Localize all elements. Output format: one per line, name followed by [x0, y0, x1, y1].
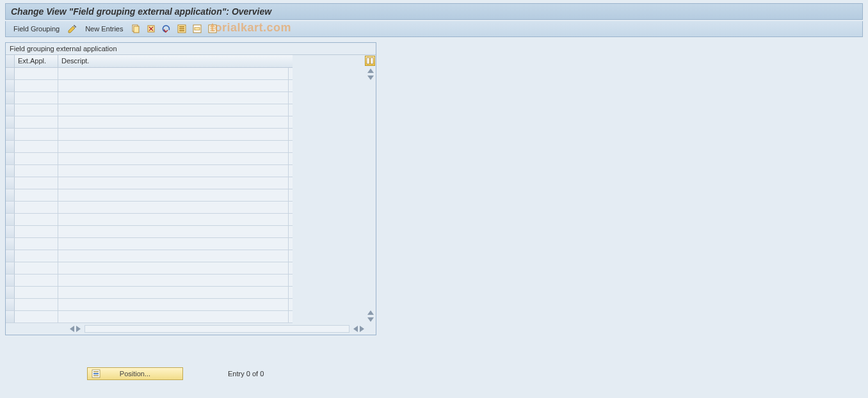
row-selector[interactable] — [6, 116, 15, 128]
table-row[interactable] — [6, 153, 293, 165]
cell-ext-appl[interactable] — [15, 80, 58, 92]
field-grouping-button[interactable]: Field Grouping — [11, 24, 62, 34]
table-row[interactable] — [6, 92, 293, 104]
cell-descript[interactable] — [58, 238, 289, 250]
horizontal-scrollbar[interactable] — [6, 323, 376, 335]
table-row[interactable] — [6, 189, 293, 202]
cell-ext-appl[interactable] — [15, 129, 58, 140]
row-selector[interactable] — [6, 68, 15, 79]
table-row[interactable] — [6, 311, 293, 323]
table-row[interactable] — [6, 177, 293, 189]
cell-ext-appl[interactable] — [15, 250, 58, 262]
row-selector[interactable] — [6, 92, 15, 104]
table-settings-icon[interactable] — [365, 56, 375, 66]
cell-descript[interactable] — [58, 116, 289, 128]
cell-ext-appl[interactable] — [15, 262, 58, 274]
table-row[interactable] — [6, 202, 293, 214]
hscroll-track[interactable] — [84, 325, 350, 333]
table-row[interactable] — [6, 141, 293, 153]
table-row[interactable] — [6, 104, 293, 116]
row-selector[interactable] — [6, 238, 15, 250]
select-block-icon[interactable] — [192, 24, 202, 34]
table-row[interactable] — [6, 262, 293, 275]
cell-ext-appl[interactable] — [15, 165, 58, 177]
scroll-down-icon[interactable] — [367, 76, 374, 80]
cell-descript[interactable] — [58, 275, 289, 286]
cell-descript[interactable] — [58, 299, 289, 310]
cell-ext-appl[interactable] — [15, 68, 58, 79]
scroll-down-bottom-icon[interactable] — [367, 317, 374, 322]
hscroll-right-left-icon[interactable] — [353, 326, 358, 332]
cell-ext-appl[interactable] — [15, 116, 58, 128]
table-row[interactable] — [6, 129, 293, 141]
hscroll-right-icon[interactable] — [76, 326, 81, 332]
deselect-all-icon[interactable] — [207, 24, 218, 34]
cell-descript[interactable] — [58, 189, 289, 201]
cell-ext-appl[interactable] — [15, 153, 58, 164]
col-header-descript[interactable]: Descript. — [58, 55, 289, 67]
new-entries-button[interactable]: New Entries — [83, 24, 125, 34]
row-selector[interactable] — [6, 80, 15, 92]
row-selector-header[interactable] — [6, 55, 15, 67]
display-change-icon[interactable] — [67, 24, 77, 34]
table-row[interactable] — [6, 116, 293, 129]
cell-descript[interactable] — [58, 92, 289, 104]
table-row[interactable] — [6, 80, 293, 92]
row-selector[interactable] — [6, 262, 15, 274]
cell-descript[interactable] — [58, 177, 289, 189]
row-selector[interactable] — [6, 104, 15, 116]
cell-ext-appl[interactable] — [15, 311, 58, 322]
table-row[interactable] — [6, 214, 293, 226]
vertical-scrollbar[interactable] — [366, 67, 376, 323]
hscroll-left-icon[interactable] — [70, 326, 74, 332]
cell-descript[interactable] — [58, 262, 289, 274]
row-selector[interactable] — [6, 275, 15, 286]
row-selector[interactable] — [6, 141, 15, 152]
hscroll-right-right-icon[interactable] — [360, 326, 364, 332]
table-row[interactable] — [6, 287, 293, 299]
cell-descript[interactable] — [58, 202, 289, 213]
row-selector[interactable] — [6, 189, 15, 201]
cell-ext-appl[interactable] — [15, 275, 58, 286]
cell-ext-appl[interactable] — [15, 177, 58, 189]
table-row[interactable] — [6, 275, 293, 287]
cell-descript[interactable] — [58, 226, 289, 237]
row-selector[interactable] — [6, 153, 15, 164]
copy-icon[interactable] — [131, 24, 141, 34]
cell-descript[interactable] — [58, 153, 289, 164]
cell-descript[interactable] — [58, 214, 289, 225]
cell-ext-appl[interactable] — [15, 299, 58, 310]
row-selector[interactable] — [6, 129, 15, 140]
scroll-up-icon[interactable] — [367, 68, 374, 73]
table-row[interactable] — [6, 165, 293, 177]
scroll-up-bottom-icon[interactable] — [367, 310, 374, 315]
undo-icon[interactable] — [161, 24, 172, 34]
cell-descript[interactable] — [58, 250, 289, 262]
row-selector[interactable] — [6, 299, 15, 310]
row-selector[interactable] — [6, 165, 15, 177]
cell-ext-appl[interactable] — [15, 287, 58, 298]
delete-icon[interactable] — [146, 24, 156, 34]
cell-descript[interactable] — [58, 104, 289, 116]
cell-ext-appl[interactable] — [15, 214, 58, 225]
cell-ext-appl[interactable] — [15, 141, 58, 152]
table-row[interactable] — [6, 68, 293, 80]
row-selector[interactable] — [6, 250, 15, 262]
row-selector[interactable] — [6, 177, 15, 189]
cell-descript[interactable] — [58, 80, 289, 92]
col-header-ext-appl[interactable]: Ext.Appl. — [15, 55, 58, 67]
table-row[interactable] — [6, 226, 293, 238]
cell-descript[interactable] — [58, 129, 289, 140]
cell-descript[interactable] — [58, 311, 289, 322]
cell-descript[interactable] — [58, 141, 289, 152]
cell-ext-appl[interactable] — [15, 226, 58, 237]
position-button[interactable]: Position... — [87, 367, 183, 380]
cell-ext-appl[interactable] — [15, 238, 58, 250]
cell-ext-appl[interactable] — [15, 189, 58, 201]
cell-ext-appl[interactable] — [15, 202, 58, 213]
row-selector[interactable] — [6, 202, 15, 213]
row-selector[interactable] — [6, 226, 15, 237]
table-row[interactable] — [6, 250, 293, 262]
cell-descript[interactable] — [58, 68, 289, 79]
cell-ext-appl[interactable] — [15, 104, 58, 116]
